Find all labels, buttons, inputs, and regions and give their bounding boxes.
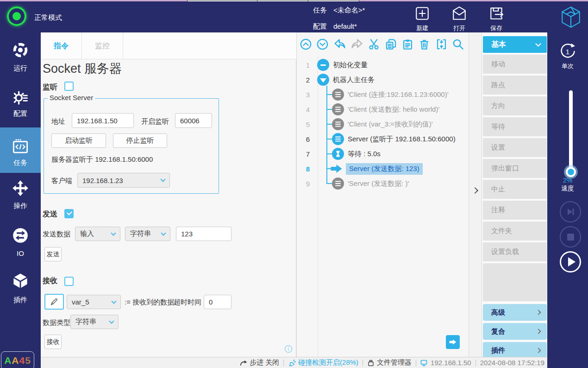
palette-group-plugin[interactable]: 插件 — [483, 342, 547, 357]
tab-monitor[interactable]: 监控 — [82, 32, 123, 59]
triangle-down-circle-icon[interactable] — [317, 74, 329, 86]
send-data-input[interactable] — [176, 227, 231, 241]
stop-button[interactable] — [560, 226, 581, 247]
move-arrows-icon[interactable] — [12, 180, 29, 197]
speed-slider-track[interactable] — [569, 90, 573, 175]
palette-group-advanced[interactable]: 高级 — [483, 304, 547, 321]
menu-circle-icon[interactable] — [332, 133, 344, 145]
menu-circle-icon[interactable] — [332, 178, 344, 190]
cut-icon[interactable] — [368, 38, 380, 51]
search-icon[interactable] — [452, 38, 464, 51]
program-row[interactable]: 5 'Client (var_3:=接收到的值)' — [297, 117, 469, 132]
client-dropdown[interactable]: 192.168.1.23 — [77, 173, 170, 188]
send-source-dropdown[interactable]: 输入 — [75, 227, 120, 241]
redo-icon[interactable] — [350, 38, 363, 51]
receive-var-dropdown[interactable]: var_5 — [67, 295, 121, 309]
paste-icon[interactable] — [401, 38, 414, 51]
edit-variable-button[interactable] — [44, 294, 64, 310]
send-button[interactable]: 发送 — [44, 247, 62, 261]
palette-group-composite[interactable]: 复合 — [483, 323, 547, 340]
tab-instruction[interactable]: 指令 — [41, 32, 82, 59]
new-task-button[interactable]: 新建 — [407, 6, 437, 32]
task-row: 任务 <未命名>* — [313, 6, 365, 15]
task-code-icon[interactable] — [12, 138, 29, 154]
program-row[interactable]: 6 Server (监听于 192.168.1.50:6000) — [297, 132, 469, 146]
save-task-button[interactable]: 保存 — [482, 6, 511, 32]
program-row[interactable]: 1 初始化变量 — [297, 57, 469, 72]
task-name[interactable]: <未命名>* — [333, 6, 365, 15]
stop-listen-button[interactable]: 停止监听 — [113, 133, 167, 148]
tree-connector — [327, 168, 336, 169]
send-label: 发送 — [43, 209, 57, 219]
port-input[interactable] — [175, 113, 212, 128]
send-data-label: 发送数据 — [43, 230, 70, 239]
palette-item-abort[interactable]: 中止 — [483, 180, 547, 199]
program-row[interactable]: 7 等待 : 5.0s — [297, 146, 469, 161]
info-icon[interactable] — [284, 345, 293, 353]
menu-circle-icon[interactable] — [332, 103, 344, 115]
speed-slider-thumb[interactable] — [566, 167, 576, 177]
play-button[interactable] — [560, 251, 581, 273]
single-run-icon[interactable]: 1 — [558, 42, 577, 61]
pencil-icon — [50, 297, 59, 306]
sidebar-item-operate[interactable]: 操作 — [0, 202, 41, 210]
palette-item-move[interactable]: 移动 — [483, 55, 547, 74]
status-bar: 步进 关闭 碰撞检测开启(28%) 文件管理器 192.168.1.50 202… — [41, 357, 547, 368]
sidebar-item-plugin[interactable]: 插件 — [0, 296, 41, 305]
menu-circle-icon[interactable] — [332, 118, 344, 130]
palette-item-comment[interactable]: 注释 — [483, 201, 547, 220]
sidebar-item-run[interactable]: 运行 — [0, 64, 41, 73]
palette-expander[interactable] — [469, 32, 482, 357]
listen-checkbox[interactable] — [64, 82, 74, 91]
run-icon[interactable] — [12, 42, 29, 58]
user-badge[interactable]: A A 4 5 — [1, 351, 34, 368]
address-input[interactable] — [72, 113, 134, 128]
palette-item-folder[interactable]: 文件夹 — [483, 222, 547, 241]
start-listen-button[interactable]: 启动监听 — [51, 133, 106, 148]
palette-item-waypoint[interactable]: 路点 — [483, 76, 547, 95]
minus-circle-icon[interactable] — [317, 59, 329, 71]
receive-button[interactable]: 接收 — [44, 335, 62, 349]
step-mode-status[interactable]: 步进 关闭 — [240, 358, 279, 367]
sidebar-item-task[interactable]: 任务 — [0, 159, 41, 167]
delete-icon[interactable] — [418, 38, 431, 51]
palette-item-payload[interactable]: 设置负载 — [483, 242, 547, 261]
goto-current-line-button[interactable] — [446, 335, 460, 349]
program-row[interactable]: 2 机器人主任务 — [297, 72, 469, 87]
menu-circle-icon[interactable] — [332, 89, 344, 101]
palette-item-popup[interactable]: 弹出窗口 — [483, 159, 547, 178]
file-manager-icon — [367, 359, 375, 367]
datatype-dropdown[interactable]: 字符串 — [70, 315, 119, 329]
send-type-dropdown[interactable]: 字符串 — [125, 227, 170, 241]
sidebar-item-io[interactable]: IO — [0, 249, 41, 257]
collision-status[interactable]: 碰撞检测开启(28%) — [288, 358, 358, 367]
program-row[interactable]: 9 'Server (发送数据: )' — [297, 176, 469, 191]
palette-category-basic[interactable]: 基本 — [483, 36, 547, 53]
undo-icon[interactable] — [333, 38, 346, 51]
io-exchange-icon[interactable] — [12, 227, 29, 244]
program-row-selected[interactable]: 8 Server (发送数据: 123) — [297, 161, 469, 176]
fold-icon[interactable] — [435, 38, 448, 51]
program-row[interactable]: 4 'Client (发送数据: hello world)' — [297, 102, 469, 117]
copy-icon[interactable] — [385, 38, 397, 51]
send-checkbox[interactable] — [64, 209, 74, 218]
step-forward-button[interactable] — [560, 201, 581, 222]
collapse-all-icon[interactable] — [300, 38, 312, 51]
plugin-cube-icon[interactable] — [12, 273, 29, 289]
chevron-down-icon — [109, 318, 114, 324]
palette-item-wait[interactable]: 等待 — [483, 117, 547, 136]
robot-status-icon[interactable] — [7, 6, 26, 26]
sidebar-item-config[interactable]: 配置 — [0, 109, 41, 118]
timeout-input[interactable] — [204, 295, 231, 309]
file-manager-status[interactable]: 文件管理器 — [367, 358, 412, 367]
open-task-button[interactable]: 打开 — [444, 6, 474, 32]
palette-item-direction[interactable]: 方向 — [483, 96, 547, 115]
program-row[interactable]: 3 'Client (连接:192.168.1.23:6000)' — [297, 87, 469, 102]
config-name[interactable]: default* — [333, 22, 357, 31]
palette-item-set[interactable]: 设置 — [483, 138, 547, 157]
receive-checkbox[interactable] — [64, 277, 74, 286]
gear-icon[interactable] — [12, 89, 29, 106]
hourglass-circle-icon[interactable] — [332, 148, 344, 160]
expand-all-icon[interactable] — [316, 38, 329, 51]
network-status[interactable]: 192.168.1.50 — [420, 359, 471, 367]
